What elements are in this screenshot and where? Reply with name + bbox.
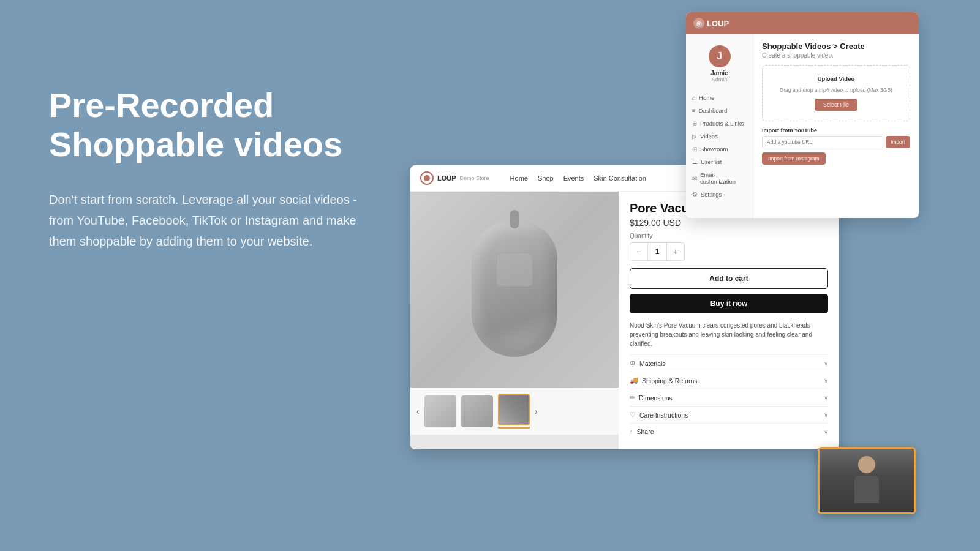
admin-breadcrumb-sub: Create a shoppable video.: [762, 52, 910, 59]
care-icon: ♡: [630, 411, 636, 419]
accordion-dimensions[interactable]: ✏ Dimensions ∨: [630, 389, 828, 406]
thumbnail-2[interactable]: [461, 395, 493, 427]
nav-events[interactable]: Events: [564, 174, 584, 182]
shipping-chevron-icon: ∨: [824, 377, 828, 384]
product-price: $129.00 USD: [630, 218, 828, 228]
upload-hint: Drag and drop a mp4 video to upload (Max…: [769, 87, 903, 93]
sidebar-item-dashboard[interactable]: ≡ Dashboard: [686, 104, 753, 117]
store-logo: LOUP Demo Store: [420, 171, 489, 185]
admin-user: J Jamie Admin: [686, 40, 753, 91]
admin-sidebar: J Jamie Admin ⌂ Home ≡ Dashboard ⊕ Produ…: [686, 34, 753, 218]
video-overlay[interactable]: [818, 447, 916, 514]
accordion-share-label: ↑ Share: [630, 428, 654, 435]
admin-role: Admin: [686, 77, 753, 83]
store-logo-icon: [420, 171, 434, 185]
accordion-share[interactable]: ↑ Share ∨: [630, 423, 828, 440]
sidebar-item-email[interactable]: ✉ Email customization: [686, 168, 753, 188]
thumbnail-1[interactable]: [424, 395, 456, 427]
quantity-control: − 1 +: [630, 242, 685, 261]
accordion-materials-label: ⚙ Materials: [630, 359, 666, 367]
sidebar-item-videos[interactable]: ▷ Videos: [686, 130, 753, 143]
product-shape: [472, 222, 557, 357]
settings-icon: ⚙: [692, 191, 698, 198]
sidebar-item-settings[interactable]: ⚙ Settings: [686, 188, 753, 201]
admin-avatar: J: [709, 45, 731, 67]
admin-logo: ◎ LOUP: [693, 18, 729, 29]
accordion-materials[interactable]: ⚙ Materials ∨: [630, 354, 828, 372]
userlist-icon: ☰: [692, 159, 698, 165]
videos-icon: ▷: [692, 133, 697, 140]
accordion-care[interactable]: ♡ Care Instructions ∨: [630, 406, 828, 423]
admin-body: J Jamie Admin ⌂ Home ≡ Dashboard ⊕ Produ…: [686, 34, 919, 218]
thumb-prev-arrow[interactable]: ‹: [417, 407, 420, 416]
video-person: [820, 449, 914, 512]
quantity-label: Quantity: [630, 233, 828, 239]
thumb-next-arrow[interactable]: ›: [535, 407, 538, 416]
nav-home[interactable]: Home: [510, 174, 528, 182]
left-content-area: Pre-Recorded Shoppable videos Don't star…: [49, 86, 368, 252]
sidebar-item-home[interactable]: ⌂ Home: [686, 91, 753, 104]
admin-logo-text: LOUP: [707, 19, 729, 28]
admin-panel: ◎ LOUP J Jamie Admin ⌂ Home ≡ Dashboard …: [686, 12, 919, 218]
main-title: Pre-Recorded Shoppable videos: [49, 86, 368, 165]
product-details: Pore Vacuum $129.00 USD Quantity − 1 + A…: [619, 192, 839, 449]
care-chevron-icon: ∨: [824, 411, 828, 418]
upload-label: Upload Video: [769, 75, 903, 82]
video-body: [854, 476, 879, 503]
admin-breadcrumb-title: Shoppable Videos > Create: [762, 42, 910, 51]
admin-main-content: Shoppable Videos > Create Create a shopp…: [753, 34, 919, 218]
product-top: [510, 210, 519, 228]
share-icon: ↑: [630, 428, 633, 435]
add-to-cart-button[interactable]: Add to cart: [630, 268, 828, 289]
materials-icon: ⚙: [630, 359, 636, 367]
showroom-icon: ⊞: [692, 146, 697, 152]
thumbnail-3[interactable]: [498, 394, 530, 425]
accordion-dimensions-label: ✏ Dimensions: [630, 394, 673, 402]
youtube-url-input[interactable]: [762, 136, 883, 148]
upload-section: Upload Video Drag and drop a mp4 video t…: [762, 65, 910, 121]
video-person-shape: [851, 456, 882, 505]
import-youtube-row: Import: [762, 136, 910, 148]
product-screen: [496, 253, 533, 287]
admin-username: Jamie: [686, 70, 753, 77]
video-head: [858, 456, 875, 473]
select-file-button[interactable]: Select File: [815, 99, 858, 111]
accordion-shipping[interactable]: 🚚 Shipping & Returns ∨: [630, 372, 828, 389]
admin-header: ◎ LOUP: [686, 12, 919, 34]
products-icon: ⊕: [692, 120, 697, 127]
product-description: Nood Skin's Pore Vacuum clears congested…: [630, 321, 828, 348]
sidebar-item-userlist[interactable]: ☰ User list: [686, 156, 753, 168]
home-icon: ⌂: [692, 94, 696, 101]
shipping-icon: 🚚: [630, 377, 638, 384]
dimensions-chevron-icon: ∨: [824, 394, 828, 401]
nav-shop[interactable]: Shop: [538, 174, 554, 182]
accordion-shipping-label: 🚚 Shipping & Returns: [630, 377, 697, 384]
product-thumbnails: ‹ ›: [410, 388, 619, 435]
thumbnail-active-bar: [498, 427, 530, 429]
email-icon: ✉: [692, 175, 697, 182]
sidebar-item-products[interactable]: ⊕ Products & Links: [686, 117, 753, 130]
dashboard-icon: ≡: [692, 107, 696, 114]
description-text: Don't start from scratch. Leverage all y…: [49, 189, 368, 252]
store-body: ‹ › Pore Vacuum $129.00 USD Quantity − 1…: [410, 192, 839, 449]
import-section: Import from YouTube Import Import from I…: [762, 127, 910, 165]
thumbnail-3-container: [498, 394, 530, 429]
sidebar-item-showroom[interactable]: ⊞ Showroom: [686, 143, 753, 156]
product-image-area: ‹ ›: [410, 192, 619, 449]
product-main-image: [410, 192, 619, 388]
import-youtube-label: Import from YouTube: [762, 127, 910, 133]
dimensions-icon: ✏: [630, 394, 635, 402]
quantity-increase-button[interactable]: +: [667, 243, 684, 260]
accordion-care-label: ♡ Care Instructions: [630, 411, 688, 419]
nav-skin-consultation[interactable]: Skin Consultation: [594, 174, 646, 182]
materials-chevron-icon: ∨: [824, 360, 828, 367]
import-instagram-button[interactable]: Import from Instagram: [762, 152, 826, 165]
share-chevron-icon: ∨: [824, 429, 828, 435]
buy-now-button[interactable]: Buy it now: [630, 294, 828, 313]
quantity-value: 1: [647, 243, 667, 260]
admin-logo-icon: ◎: [693, 18, 704, 29]
quantity-decrease-button[interactable]: −: [630, 243, 647, 260]
svg-point-1: [424, 175, 430, 181]
import-button[interactable]: Import: [886, 136, 910, 148]
store-nav-links: Home Shop Events Skin Consultation: [510, 174, 646, 182]
